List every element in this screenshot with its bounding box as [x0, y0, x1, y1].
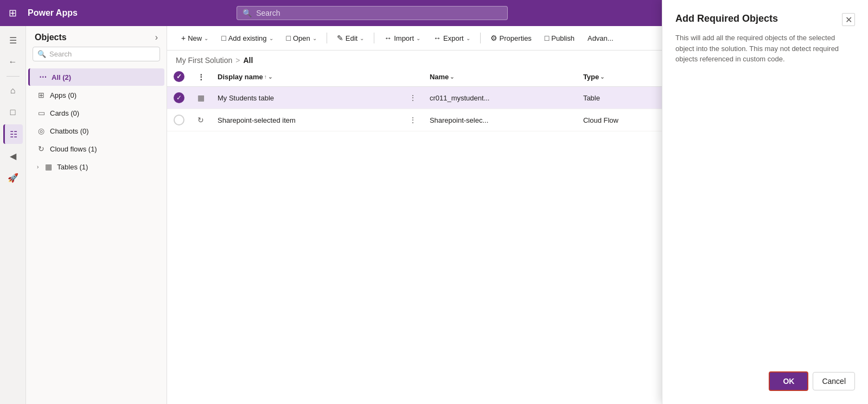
export-icon: ↔ [433, 34, 441, 42]
select-all-checkbox[interactable]: ✓ [174, 71, 184, 82]
display-name-label: Display name [218, 73, 263, 81]
cancel-button[interactable]: Cancel [813, 372, 855, 390]
name-label: Name [430, 73, 449, 81]
rail-canvas-icon[interactable]: □ [3, 103, 23, 122]
sidebar-item-cards-label: Cards (0) [50, 109, 79, 117]
row2-flow-icon: ↻ [197, 116, 204, 124]
modal-footer: OK Cancel [675, 371, 855, 391]
import-label: Import [394, 34, 414, 42]
open-button[interactable]: □ Open ⌄ [281, 30, 322, 46]
row2-ellipsis-icon[interactable]: ⋮ [409, 116, 417, 124]
col-header-check[interactable]: ✓ [167, 67, 191, 87]
global-search-box[interactable]: 🔍 [237, 6, 508, 20]
import-button[interactable]: ↔ Import ⌄ [379, 30, 426, 46]
edit-chevron-icon: ⌄ [360, 35, 364, 41]
sidebar-item-all-label: All (2) [52, 73, 71, 81]
row2-actions[interactable]: ⋮ [403, 109, 423, 131]
col-header-sort-icon[interactable]: ⋮ [191, 67, 211, 87]
new-button[interactable]: + New ⌄ [176, 30, 214, 46]
sidebar-search-input[interactable] [49, 50, 155, 58]
add-existing-button[interactable]: □ Add existing ⌄ [216, 30, 278, 46]
rail-publish-icon[interactable]: 🚀 [3, 168, 23, 187]
chatbots-icon: ◎ [37, 127, 46, 135]
publish-button[interactable]: □ Publish [539, 30, 580, 46]
edit-label: Edit [346, 34, 358, 42]
tables-icon: ▦ [44, 162, 53, 171]
sidebar-item-cloud-flows[interactable]: ↻ Cloud flows (1) [28, 140, 164, 157]
properties-button[interactable]: ⚙ Properties [485, 30, 537, 46]
open-icon: □ [286, 34, 291, 42]
search-input[interactable] [256, 9, 502, 17]
toolbar-divider-3 [480, 33, 481, 43]
add-existing-chevron-icon: ⌄ [269, 35, 273, 41]
sidebar-collapse-icon[interactable]: › [155, 33, 158, 42]
type-sort[interactable]: Type ⌄ [583, 73, 672, 81]
col-header-display-name[interactable]: Display name ↑ ⌄ [211, 67, 403, 87]
row1-type-icon-col: ▦ [191, 87, 211, 109]
modal-description: This will add all the required objects o… [675, 33, 855, 358]
gear-icon: ⚙ [490, 34, 497, 42]
sidebar-item-all[interactable]: ⋯ All (2) [28, 68, 164, 86]
row1-display-name[interactable]: My Students table [211, 87, 403, 109]
sidebar-search-box[interactable]: 🔍 [33, 47, 160, 61]
sidebar-item-cards[interactable]: ▭ Cards (0) [28, 104, 164, 122]
row1-check-icon[interactable]: ✓ [174, 92, 184, 103]
export-button[interactable]: ↔ Export ⌄ [428, 30, 476, 46]
cards-icon: ▭ [37, 109, 46, 117]
row1-checkbox[interactable]: ✓ [167, 87, 191, 109]
type-label: Type [583, 73, 599, 81]
rail-history-icon[interactable]: ◀ [3, 146, 23, 166]
sidebar: Objects › 🔍 ⋯ All (2) ⊞ Apps (0) ▭ Cards… [26, 26, 167, 404]
display-name-sort-asc-icon: ↑ [264, 74, 267, 80]
display-name-sort-desc-icon: ⌄ [268, 74, 272, 80]
search-icon: 🔍 [242, 9, 252, 17]
all-icon: ⋯ [39, 73, 47, 81]
open-label: Open [293, 34, 310, 42]
sidebar-header: Objects › [26, 26, 167, 47]
import-chevron-icon: ⌄ [416, 35, 420, 41]
row1-actions[interactable]: ⋮ [403, 87, 423, 109]
breadcrumb-separator: > [235, 56, 240, 65]
name-sort[interactable]: Name ⌄ [430, 73, 570, 81]
rail-divider-1 [7, 76, 20, 77]
row2-display-name[interactable]: Sharepoint-selected item [211, 109, 403, 131]
sidebar-item-tables[interactable]: › ▦ Tables (1) [28, 158, 164, 175]
ok-button[interactable]: OK [769, 371, 808, 391]
rail-home-icon[interactable]: ⌂ [3, 81, 23, 100]
tables-expand-icon: › [37, 164, 39, 170]
publish-icon: □ [545, 34, 549, 42]
breadcrumb-parent[interactable]: My First Solution [176, 56, 232, 65]
open-chevron-icon: ⌄ [312, 35, 317, 41]
sidebar-item-chatbots[interactable]: ◎ Chatbots (0) [28, 122, 164, 140]
edit-button[interactable]: ✎ Edit ⌄ [331, 30, 369, 46]
rail-solutions-icon[interactable]: ☷ [3, 124, 23, 144]
properties-label: Properties [500, 34, 532, 42]
plus-icon: + [181, 34, 186, 42]
name-sort-icon: ⌄ [450, 74, 454, 80]
sidebar-item-chatbots-label: Chatbots (0) [50, 127, 89, 135]
row2-type-icon-col: ↻ [191, 109, 211, 131]
row1-ellipsis-icon[interactable]: ⋮ [409, 93, 417, 102]
apps-icon: ⊞ [37, 91, 46, 99]
add-required-objects-panel: Add Required Objects ✕ This will add all… [662, 26, 868, 404]
breadcrumb-current: All [243, 56, 253, 65]
sidebar-item-apps[interactable]: ⊞ Apps (0) [28, 86, 164, 104]
display-name-sort[interactable]: Display name ↑ ⌄ [218, 73, 396, 81]
row2-check-empty[interactable] [174, 115, 184, 125]
rail-menu-icon[interactable]: ☰ [3, 30, 23, 50]
add-existing-label: Add existing [228, 34, 267, 42]
col-header-name[interactable]: Name ⌄ [423, 67, 577, 87]
new-chevron-icon: ⌄ [204, 35, 208, 41]
sidebar-item-tables-label: Tables (1) [57, 163, 88, 171]
grid-icon[interactable]: ⊞ [7, 5, 19, 21]
row2-checkbox[interactable] [167, 109, 191, 131]
toolbar-divider-2 [374, 33, 374, 43]
export-chevron-icon: ⌄ [466, 35, 470, 41]
advanced-button[interactable]: Advan... [582, 31, 619, 46]
add-existing-icon: □ [221, 34, 226, 42]
sidebar-search-icon: 🔍 [37, 50, 46, 58]
rail-back-icon[interactable]: ← [3, 52, 23, 72]
row1-table-icon: ▦ [197, 93, 205, 102]
app-title: Power Apps [28, 8, 78, 18]
import-icon: ↔ [384, 34, 392, 42]
